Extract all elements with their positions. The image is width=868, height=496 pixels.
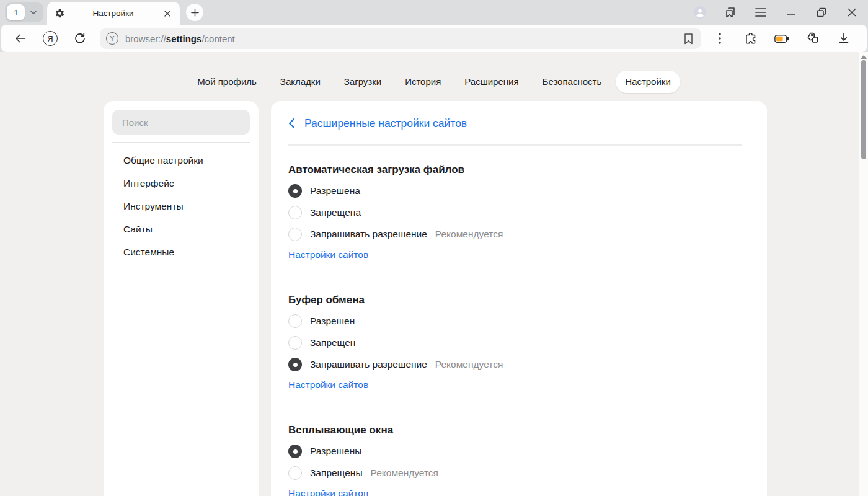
radio-label: Разрешен <box>310 316 355 327</box>
tab-close-icon[interactable] <box>161 7 174 20</box>
radio-icon[interactable] <box>288 358 302 371</box>
sidebar-item[interactable]: Интерфейс <box>112 172 250 195</box>
radio-label: Запрещены <box>310 467 363 479</box>
url-path: /content <box>202 33 234 44</box>
back-icon[interactable] <box>9 27 32 50</box>
tab-count-badge[interactable]: 1 <box>7 4 25 20</box>
settings-section: Всплывающие окна Разрешены Запрещены Рек… <box>288 423 742 496</box>
section-options: Разрешена Запрещена Запрашивать разрешен… <box>288 184 742 241</box>
content-header[interactable]: Расширенные настройки сайтов <box>288 116 742 131</box>
radio-label: Запрещена <box>310 207 361 218</box>
address-bar[interactable]: Y browser://settings/content <box>100 28 701 49</box>
recommended-badge: Рекомендуется <box>371 467 438 479</box>
recommended-badge: Рекомендуется <box>435 359 503 370</box>
reload-icon[interactable] <box>69 27 91 50</box>
radio-option[interactable]: Запрашивать разрешение Рекомендуется <box>288 228 742 241</box>
site-settings-link[interactable]: Настройки сайтов <box>288 487 368 496</box>
radio-option[interactable]: Запрашивать разрешение Рекомендуется <box>288 358 742 371</box>
scrollbar[interactable] <box>859 52 868 496</box>
tab-group-chip[interactable]: 1 <box>5 2 43 22</box>
radio-option[interactable]: Запрещена <box>288 206 742 219</box>
radio-label: Запрашивать разрешение <box>310 359 427 370</box>
radio-icon[interactable] <box>288 466 302 480</box>
section-title: Всплывающие окна <box>288 423 742 436</box>
radio-label: Разрешены <box>310 446 361 457</box>
downloads-icon[interactable] <box>836 31 851 46</box>
radio-label: Запрашивать разрешение <box>310 229 427 240</box>
settings-section: Автоматическая загрузка файлов Разрешена… <box>288 163 742 261</box>
section-title: Буфер обмена <box>288 293 742 306</box>
sidebar-item[interactable]: Сайты <box>112 218 250 241</box>
gear-icon <box>55 8 65 19</box>
section-title: Автоматическая загрузка файлов <box>288 163 742 176</box>
settings-section: Буфер обмена Разрешен Запрещен Запрашива… <box>288 293 742 391</box>
sidebar-items: Общие настройкиИнтерфейсИнструментыСайты… <box>112 149 250 264</box>
nav-tab[interactable]: Закладки <box>271 71 330 93</box>
radio-option[interactable]: Запрещены Рекомендуется <box>288 466 742 480</box>
content-divider <box>288 144 742 146</box>
settings-content: Расширенные настройки сайтов Автоматичес… <box>271 101 767 496</box>
settings-page: Мой профильЗакладкиЗагрузкиИсторияРасшир… <box>0 52 868 496</box>
nav-tab[interactable]: История <box>396 71 450 93</box>
radio-option[interactable]: Запрещен <box>288 336 742 350</box>
radio-option[interactable]: Разрешен <box>288 314 742 328</box>
nav-tab[interactable]: Мой профиль <box>188 71 266 93</box>
page-title: Расширенные настройки сайтов <box>304 117 467 130</box>
minimize-icon[interactable] <box>784 6 798 19</box>
sidebar-divider <box>112 142 250 143</box>
scrollbar-thumb[interactable] <box>861 60 866 159</box>
nav-tab[interactable]: Безопасность <box>533 71 611 93</box>
yandex-logo-icon[interactable]: Я <box>39 27 61 50</box>
chevron-down-icon[interactable] <box>26 5 41 20</box>
settings-nav-tabs: Мой профильЗакладкиЗагрузкиИсторияРасшир… <box>0 52 868 93</box>
restore-icon[interactable] <box>815 6 828 19</box>
nav-tab[interactable]: Настройки <box>616 71 680 93</box>
bookmark-icon[interactable] <box>680 30 697 47</box>
battery-icon[interactable] <box>774 31 789 46</box>
extensions-puzzle-icon[interactable] <box>743 31 758 46</box>
section-options: Разрешен Запрещен Запрашивать разрешение… <box>288 314 742 371</box>
nav-tab[interactable]: Расширения <box>455 71 528 93</box>
radio-icon[interactable] <box>288 314 302 328</box>
radio-icon[interactable] <box>288 228 302 241</box>
radio-option[interactable]: Разрешены <box>288 445 742 458</box>
browser-tab[interactable]: Настройки <box>47 2 180 25</box>
radio-icon[interactable] <box>288 445 302 458</box>
sidebar-item[interactable]: Системные <box>112 241 250 264</box>
hamburger-menu-icon[interactable] <box>754 6 768 19</box>
url-scheme: browser:// <box>125 33 166 44</box>
search-input[interactable] <box>112 110 250 135</box>
radio-label: Запрещен <box>310 337 355 348</box>
sidebar-item[interactable]: Инструменты <box>112 195 250 218</box>
nav-tab[interactable]: Загрузки <box>335 71 391 93</box>
radio-label: Разрешена <box>310 185 360 197</box>
new-tab-button[interactable] <box>186 4 203 21</box>
site-settings-link[interactable]: Настройки сайтов <box>288 249 368 261</box>
tab-title: Настройки <box>65 9 161 18</box>
radio-icon[interactable] <box>288 206 302 219</box>
settings-sidebar: Общие настройкиИнтерфейсИнструментыСайты… <box>104 101 259 496</box>
browser-toolbar: Я Y browser://settings/content <box>1 25 867 52</box>
section-options: Разрешены Запрещены Рекомендуется <box>288 445 742 480</box>
radio-icon[interactable] <box>288 184 302 198</box>
avatar-icon[interactable] <box>693 6 707 19</box>
recommended-badge: Рекомендуется <box>435 229 503 240</box>
panels-bookmarks-icon[interactable] <box>724 6 737 19</box>
tab-strip: 1 Настройки <box>0 0 868 25</box>
scroll-up-arrow-icon[interactable] <box>861 55 867 59</box>
close-icon[interactable] <box>845 6 859 19</box>
protect-icon[interactable]: Y <box>106 32 118 45</box>
url-host: settings <box>166 33 202 44</box>
radio-option[interactable]: Разрешена <box>288 184 742 198</box>
radio-icon[interactable] <box>288 336 302 350</box>
back-chevron-icon[interactable] <box>288 118 295 129</box>
site-settings-link[interactable]: Настройки сайтов <box>288 379 368 391</box>
share-tag-icon[interactable] <box>805 31 820 46</box>
kebab-menu-icon[interactable] <box>712 31 727 46</box>
settings-sections: Автоматическая загрузка файлов Разрешена… <box>288 163 742 496</box>
url-text[interactable]: browser://settings/content <box>125 33 680 44</box>
sidebar-item[interactable]: Общие настройки <box>112 149 250 172</box>
